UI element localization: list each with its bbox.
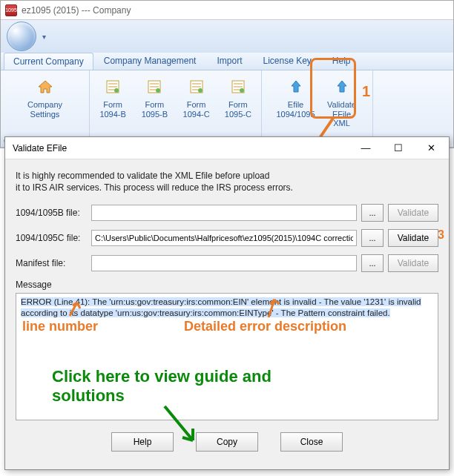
annotation-marker-3: 3 bbox=[438, 228, 444, 242]
form-icon bbox=[186, 76, 207, 97]
form-1095c-label: Form 1095-C bbox=[225, 100, 251, 119]
copy-button[interactable]: Copy bbox=[196, 432, 258, 452]
form-icon bbox=[102, 76, 123, 97]
upload-icon bbox=[332, 76, 352, 97]
dialog-hint: It is highly recommended to validate the… bbox=[16, 170, 438, 194]
quick-access-bar: ▾ bbox=[1, 20, 453, 53]
message-label: Message bbox=[16, 280, 438, 290]
annotation-marker-1: 1 bbox=[362, 83, 370, 100]
hint-line-1: It is highly recommended to validate the… bbox=[16, 170, 438, 182]
label-manifest: Manifest file: bbox=[16, 258, 87, 268]
ribbon-tabs: Current Company Company Management Impor… bbox=[1, 53, 453, 70]
company-settings-label: Company Settings bbox=[27, 100, 62, 119]
validate-efile-label: Validate EFile XML bbox=[327, 100, 356, 128]
input-manifest[interactable] bbox=[91, 255, 357, 271]
window-title: ez1095 (2015) --- Company bbox=[22, 5, 131, 16]
annotation-line-number: line number bbox=[22, 319, 98, 334]
form-icon bbox=[144, 76, 165, 97]
tab-current-company[interactable]: Current Company bbox=[4, 53, 93, 70]
validate-c-button[interactable]: Validate bbox=[388, 229, 438, 247]
label-1094-1095b: 1094/1095B file: bbox=[16, 208, 87, 218]
validate-efile-dialog: Validate EFile — ☐ ✕ It is highly recomm… bbox=[4, 136, 450, 470]
main-window: 1095 ez1095 (2015) --- Company ▾ Current… bbox=[0, 0, 454, 148]
form-1094c-label: Form 1094-C bbox=[183, 100, 210, 119]
close-dialog-button[interactable]: Close bbox=[280, 432, 343, 452]
form-icon bbox=[228, 76, 249, 97]
maximize-button[interactable]: ☐ bbox=[382, 138, 415, 159]
validate-b-button[interactable]: Validate bbox=[388, 204, 438, 222]
browse-m-button[interactable]: ... bbox=[361, 254, 384, 272]
close-button[interactable]: ✕ bbox=[415, 138, 447, 159]
form-1095b-button[interactable]: Form 1095-B bbox=[137, 75, 171, 120]
minimize-button[interactable]: — bbox=[349, 138, 382, 159]
titlebar: 1095 ez1095 (2015) --- Company bbox=[1, 1, 453, 20]
efile-1094-1095-button[interactable]: Efile 1094/1095 bbox=[275, 75, 317, 120]
form-1095b-label: Form 1095-B bbox=[142, 100, 168, 119]
browse-c-button[interactable]: ... bbox=[361, 229, 384, 247]
form-1094c-button[interactable]: Form 1094-C bbox=[180, 75, 214, 120]
validate-m-button[interactable]: Validate bbox=[388, 254, 438, 272]
row-1094-1095b: 1094/1095B file: ... Validate bbox=[16, 204, 438, 222]
svg-point-1 bbox=[114, 88, 119, 93]
app-menu-orb[interactable] bbox=[7, 22, 36, 51]
company-settings-button[interactable]: Company Settings bbox=[16, 75, 75, 120]
upload-icon bbox=[286, 76, 306, 97]
annotation-guide: Click here to view guide and solutions bbox=[52, 367, 326, 406]
input-1094-1095c[interactable] bbox=[91, 230, 357, 246]
error-line-prefix: ERROR (Line 41): bbox=[21, 297, 90, 306]
input-1094-1095b[interactable] bbox=[91, 205, 357, 221]
form-1094b-button[interactable]: Form 1094-B bbox=[96, 75, 130, 120]
group-forms: Form 1094-B Form 1095-B Form 1094-C bbox=[90, 70, 262, 147]
svg-point-7 bbox=[240, 88, 244, 93]
group-efile: Efile 1094/1095 Validate EFile XML Efile… bbox=[262, 70, 373, 147]
tab-help[interactable]: Help bbox=[322, 53, 361, 70]
group-company-settings: Company Settings Company Settings◢ bbox=[1, 70, 90, 147]
efile-label: Efile 1094/1095 bbox=[277, 100, 315, 119]
help-button[interactable]: Help bbox=[111, 432, 174, 452]
dialog-title: Validate EFile bbox=[13, 143, 67, 153]
quickbar-dropdown-icon[interactable]: ▾ bbox=[39, 33, 49, 41]
svg-point-5 bbox=[198, 88, 203, 93]
row-1094-1095c: 1094/1095C file: ... Validate bbox=[16, 229, 438, 247]
browse-b-button[interactable]: ... bbox=[361, 204, 384, 222]
tab-import[interactable]: Import bbox=[206, 53, 252, 70]
form-1094b-label: Form 1094-B bbox=[99, 100, 125, 119]
validate-efile-xml-button[interactable]: Validate EFile XML bbox=[324, 75, 360, 130]
dialog-button-row: Help Copy Close bbox=[5, 426, 449, 460]
home-icon bbox=[35, 76, 56, 97]
row-manifest: Manifest file: ... Validate bbox=[16, 254, 438, 272]
tab-license-key[interactable]: License Key bbox=[252, 53, 321, 70]
form-1095c-button[interactable]: Form 1095-C bbox=[221, 75, 255, 120]
tab-company-management[interactable]: Company Management bbox=[93, 53, 207, 70]
label-1094-1095c: 1094/1095C file: bbox=[16, 233, 87, 243]
annotation-detailed: Detailed error description bbox=[184, 319, 346, 334]
app-icon: 1095 bbox=[5, 4, 17, 16]
hint-line-2: it to IRS AIR services. This process wil… bbox=[16, 182, 438, 194]
svg-point-3 bbox=[156, 88, 160, 93]
dialog-titlebar: Validate EFile — ☐ ✕ bbox=[5, 137, 449, 159]
